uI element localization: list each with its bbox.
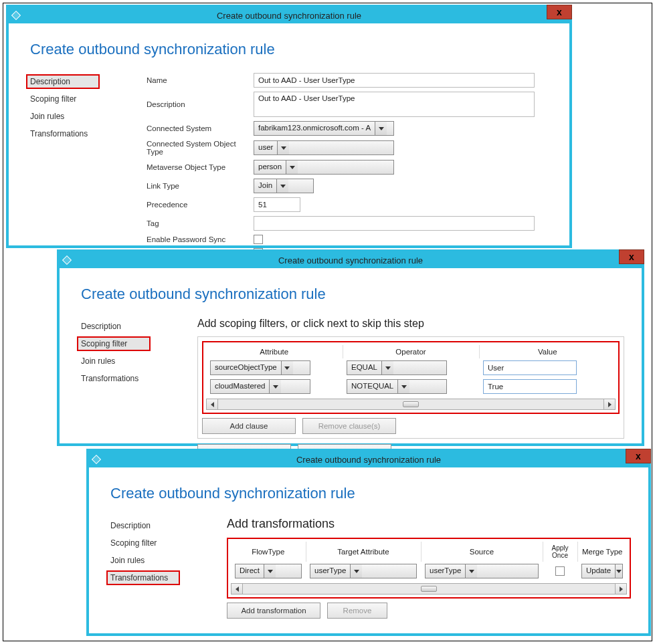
input-tag[interactable] xyxy=(254,216,535,231)
close-icon: x xyxy=(636,451,641,461)
col-target: Target Attribute xyxy=(306,542,421,562)
select-merge-type[interactable]: Update xyxy=(581,564,623,578)
sidebar-item-description[interactable]: Description xyxy=(106,518,180,533)
chevron-down-icon xyxy=(465,564,477,578)
close-button[interactable]: x xyxy=(619,249,644,264)
input-description[interactable]: Out to AAD - User UserType xyxy=(254,92,535,117)
sidebar-item-transformations[interactable]: Transformations xyxy=(77,371,151,386)
scroll-right-icon[interactable] xyxy=(615,584,626,594)
col-apply-once: Apply Once xyxy=(543,542,577,562)
col-operator: Operator xyxy=(343,345,479,358)
scroll-left-icon[interactable] xyxy=(231,584,243,594)
sidebar-item-scoping[interactable]: Scoping filter xyxy=(26,92,100,106)
label-cs-object-type: Connected System Object Type xyxy=(147,140,254,156)
col-flowtype: FlowType xyxy=(231,542,306,562)
page-heading: Create outbound synchronization rule xyxy=(81,286,624,303)
dialog-transformations: Create outbound synchronization rule x C… xyxy=(86,449,651,636)
sidebar-item-description[interactable]: Description xyxy=(26,74,100,89)
input-name[interactable]: Out to AAD - User UserType xyxy=(254,73,535,88)
select-operator[interactable]: NOTEQUAL xyxy=(347,379,447,394)
select-operator[interactable]: EQUAL xyxy=(347,360,447,375)
label-connected-system: Connected System xyxy=(147,124,254,132)
sidebar-item-transformations[interactable]: Transformations xyxy=(26,126,100,141)
col-source: Source xyxy=(421,542,543,562)
horizontal-scrollbar[interactable] xyxy=(206,399,616,410)
chevron-down-icon xyxy=(281,361,293,374)
chevron-down-icon xyxy=(264,564,276,578)
section-instruction: Add transformations xyxy=(227,517,631,531)
sidebar-item-scoping[interactable]: Scoping filter xyxy=(106,536,180,550)
scroll-thumb[interactable] xyxy=(403,401,419,407)
chevron-down-icon xyxy=(375,122,387,135)
label-enable-password-sync: Enable Password Sync xyxy=(147,235,254,243)
table-row: cloudMastered NOTEQUAL True xyxy=(206,377,616,396)
sidebar: Description Scoping filter Join rules Tr… xyxy=(106,517,227,619)
select-attribute[interactable]: cloudMastered xyxy=(210,379,310,394)
sidebar-item-transformations[interactable]: Transformations xyxy=(106,570,180,585)
remove-button[interactable]: Remove xyxy=(327,603,387,619)
window-title: Create outbound synchronization rule xyxy=(89,455,648,465)
section-instruction: Add scoping filters, or click next to sk… xyxy=(197,318,624,330)
page-heading: Create outbound synchronization rule xyxy=(110,485,631,502)
select-flowtype[interactable]: Direct xyxy=(235,564,302,578)
label-description: Description xyxy=(147,100,254,108)
label-name: Name xyxy=(147,76,254,84)
select-target-attribute[interactable]: userType xyxy=(310,564,417,578)
scoping-group-panel: Attribute Operator Value sourceObjectTyp… xyxy=(197,336,624,439)
close-button[interactable]: x xyxy=(626,449,651,463)
table-row: Direct userType userType Update xyxy=(231,562,627,580)
input-value[interactable]: User xyxy=(483,360,577,375)
chevron-down-icon xyxy=(286,160,298,174)
scoping-filter-table: Attribute Operator Value sourceObjectTyp… xyxy=(202,341,620,414)
select-link-type[interactable]: Join xyxy=(254,179,314,193)
select-source[interactable]: userType xyxy=(425,564,539,578)
input-precedence[interactable]: 51 xyxy=(254,197,300,212)
select-mv-object-type[interactable]: person xyxy=(254,160,394,175)
add-clause-button[interactable]: Add clause xyxy=(202,418,296,434)
scroll-left-icon[interactable] xyxy=(207,399,218,409)
titlebar[interactable]: Create outbound synchronization rule x xyxy=(9,7,569,23)
select-attribute[interactable]: sourceObjectType xyxy=(210,360,310,375)
remove-clause-button[interactable]: Remove clause(s) xyxy=(302,418,396,434)
chevron-down-icon xyxy=(276,179,288,193)
chevron-down-icon xyxy=(397,380,409,393)
table-row: sourceObjectType EQUAL User xyxy=(206,358,616,377)
checkbox-apply-once[interactable] xyxy=(555,566,565,576)
sidebar-item-joinrules[interactable]: Join rules xyxy=(26,109,100,124)
add-transformation-button[interactable]: Add transformation xyxy=(227,603,320,619)
sidebar-item-joinrules[interactable]: Join rules xyxy=(77,354,151,368)
description-form: Name Out to AAD - User UserType Descript… xyxy=(147,73,552,261)
sidebar: Description Scoping filter Join rules Tr… xyxy=(77,318,197,460)
label-tag: Tag xyxy=(147,219,254,227)
horizontal-scrollbar[interactable] xyxy=(231,583,627,595)
label-precedence: Precedence xyxy=(147,201,254,209)
chevron-down-icon xyxy=(381,361,393,374)
col-value: Value xyxy=(479,345,616,358)
sidebar: Description Scoping filter Join rules Tr… xyxy=(26,73,147,261)
titlebar[interactable]: Create outbound synchronization rule x xyxy=(60,252,642,268)
chevron-down-icon xyxy=(615,564,622,578)
select-connected-system[interactable]: fabrikam123.onmicrosoft.com - A xyxy=(254,121,394,136)
col-merge: Merge Type xyxy=(577,542,627,562)
scroll-right-icon[interactable] xyxy=(603,399,615,409)
label-mv-object-type: Metaverse Object Type xyxy=(147,163,254,171)
input-value[interactable]: True xyxy=(483,379,577,394)
transformations-table: FlowType Target Attribute Source Apply O… xyxy=(227,538,631,599)
checkbox-enable-password-sync[interactable] xyxy=(254,235,263,244)
titlebar[interactable]: Create outbound synchronization rule x xyxy=(89,451,648,467)
select-cs-object-type[interactable]: user xyxy=(254,140,394,155)
chevron-down-icon xyxy=(350,564,362,578)
dialog-scoping-filter: Create outbound synchronization rule x C… xyxy=(57,249,644,446)
close-icon: x xyxy=(629,251,634,262)
chevron-down-icon xyxy=(277,141,289,154)
sidebar-item-joinrules[interactable]: Join rules xyxy=(106,553,180,568)
sidebar-item-scoping[interactable]: Scoping filter xyxy=(77,336,151,351)
label-link-type: Link Type xyxy=(147,182,254,190)
sidebar-item-description[interactable]: Description xyxy=(77,319,151,334)
close-button[interactable]: x xyxy=(547,5,572,19)
page-heading: Create outbound synchronization rule xyxy=(30,41,552,58)
close-icon: x xyxy=(557,7,562,17)
scroll-thumb[interactable] xyxy=(421,586,437,592)
window-title: Create outbound synchronization rule xyxy=(9,11,569,21)
col-attribute: Attribute xyxy=(206,345,343,358)
